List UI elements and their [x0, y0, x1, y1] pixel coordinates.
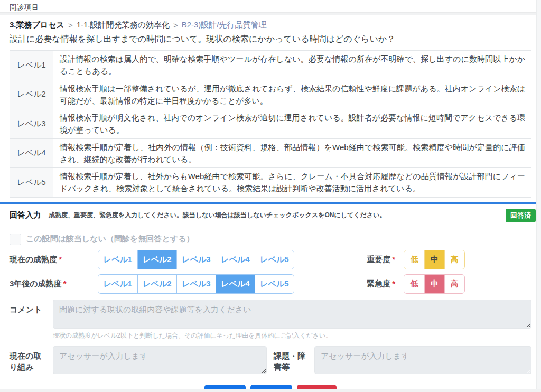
breadcrumb-subcategory: 1-1.設計開発業務の効率化: [77, 20, 170, 30]
issues-textarea[interactable]: [314, 346, 531, 374]
urgency-group-option[interactable]: 中: [424, 275, 444, 293]
future-maturity-row: 3年後の成熟度* レベル1レベル2レベル3レベル4レベル5 緊急度* 低中高: [0, 269, 541, 294]
not-applicable-checkbox[interactable]: [10, 234, 21, 245]
level-description: 情報検索手順が定着し、社外からもWeb経由で検索可能。さらに、クレーム・不具合対…: [53, 168, 532, 198]
current-efforts-textarea[interactable]: [53, 346, 267, 374]
importance-label: 重要度*: [367, 255, 395, 265]
level-table-body: レベル1設計情報の検索は属人的で、明確な検索手順やツールが存在しない。必要な情報…: [10, 51, 532, 198]
bottom-strip: [0, 389, 541, 392]
required-mark: *: [63, 279, 67, 288]
urgency-cluster: 緊急度* 低中高: [367, 274, 465, 294]
importance-group: 低中高: [404, 250, 465, 269]
current-maturity-label: 現在の成熟度*: [10, 255, 98, 265]
comment-row: コメント: [0, 294, 541, 329]
answer-section-subtitle: 成熟度、重要度、緊急度を入力してください。該当しない場合は該当しないチェックボッ…: [49, 211, 386, 220]
required-mark: *: [392, 279, 395, 288]
future-maturity-label: 3年後の成熟度*: [10, 279, 98, 289]
breadcrumb-category: 3.業務プロセス: [10, 20, 64, 30]
breadcrumb-separator: >: [68, 21, 73, 30]
current-maturity-group-option[interactable]: レベル3: [176, 250, 216, 269]
future-maturity-group-option[interactable]: レベル3: [176, 275, 216, 293]
level-description: 設計情報の検索は属人的で、明確な検索手順やツールが存在しない。必要な情報の所在が…: [53, 51, 532, 80]
answer-section-title: 回答入力: [10, 210, 41, 220]
answered-status-badge: 回答済: [506, 209, 536, 222]
issues-label: 課題・障害等: [274, 346, 308, 374]
current-maturity-group-option[interactable]: レベル5: [255, 250, 294, 269]
future-maturity-group-option[interactable]: レベル4: [216, 275, 255, 293]
not-applicable-label: この設問は該当しない（問診を無回答とする）: [26, 234, 194, 244]
comment-help-text: 現状の成熟度がレベル2以下と判断した場合、その評価に至った理由を具体的にご記入く…: [53, 331, 531, 340]
current-maturity-group-option[interactable]: レベル1: [98, 250, 137, 269]
future-maturity-group-option[interactable]: レベル1: [98, 275, 137, 293]
answer-section-header: 回答入力 成熟度、重要度、緊急度を入力してください。該当しない場合は該当しないチ…: [0, 204, 541, 227]
level-row: レベル3情報検索手順が明文化され、社内でのオンライン検索が適切に運用されている。…: [10, 109, 532, 139]
current-maturity-row: 現在の成熟度* レベル1レベル2レベル3レベル4レベル5 重要度* 低中高: [0, 245, 541, 269]
issues-field: 課題・障害等: [274, 346, 531, 374]
future-maturity-group-option[interactable]: レベル2: [137, 275, 176, 293]
comment-textarea[interactable]: [53, 300, 531, 329]
level-definition-table: レベル1設計情報の検索は属人的で、明確な検索手順やツールが存在しない。必要な情報…: [10, 50, 531, 198]
question-text: 設計に必要な情報を探し出すまでの時間について。現状の検索にかかっている時間はどの…: [0, 30, 541, 45]
urgency-group-option[interactable]: 高: [444, 275, 464, 293]
level-label: レベル2: [10, 80, 53, 109]
comment-label: コメント: [10, 300, 46, 329]
assessment-page: 問診項目 3.業務プロセス > 1-1.設計開発業務の効率化 > B2-3)設計…: [0, 0, 541, 392]
future-maturity-group: レベル1レベル2レベル3レベル4レベル5: [98, 274, 294, 294]
future-maturity-group-option[interactable]: レベル5: [255, 275, 294, 293]
urgency-group: 低中高: [404, 274, 465, 294]
level-description: 情報検索手順が明文化され、社内でのオンライン検索が適切に運用されている。設計者が…: [53, 109, 532, 139]
current-maturity-group: レベル1レベル2レベル3レベル4レベル5: [98, 250, 294, 269]
level-row: レベル4情報検索手順が定着し、社内外の情報（例：技術資料、規格、部品情報）をWe…: [10, 138, 532, 168]
current-efforts-field: 現在の取り組み: [10, 346, 267, 374]
not-applicable-row: この設問は該当しない（問診を無回答とする）: [0, 227, 541, 245]
page-title: 問診項目: [10, 3, 39, 11]
level-row: レベル5情報検索手順が定着し、社外からもWeb経由で検索可能。さらに、クレーム・…: [10, 168, 532, 198]
current-maturity-group-option[interactable]: レベル2: [137, 250, 176, 269]
importance-cluster: 重要度* 低中高: [367, 250, 465, 269]
level-description: 情報検索手順が定着し、社内外の情報（例：技術資料、規格、部品情報）をWeb経由で…: [53, 138, 532, 168]
level-row: レベル1設計情報の検索は属人的で、明確な検索手順やツールが存在しない。必要な情報…: [10, 51, 532, 80]
current-maturity-group-option[interactable]: レベル4: [216, 250, 255, 269]
level-label: レベル1: [10, 51, 53, 80]
breadcrumb-item: B2-3)設計/先行品質管理: [182, 20, 267, 30]
level-label: レベル5: [10, 168, 53, 198]
urgency-group-option[interactable]: 低: [404, 275, 424, 293]
breadcrumb: 3.業務プロセス > 1-1.設計開発業務の効率化 > B2-3)設計/先行品質…: [0, 15, 541, 30]
importance-group-option[interactable]: 低: [404, 250, 424, 269]
level-label: レベル3: [10, 109, 53, 139]
level-row: レベル2情報検索手順は一部整備されているが、運用が徹底されておらず、検索結果の信…: [10, 80, 532, 109]
right-gutter: [536, 0, 541, 392]
assessor-fields-row: 現在の取り組み 課題・障害等: [0, 340, 541, 374]
importance-group-option[interactable]: 中: [424, 250, 444, 269]
urgency-label: 緊急度*: [367, 279, 395, 289]
importance-group-option[interactable]: 高: [444, 250, 464, 269]
breadcrumb-separator: >: [173, 21, 178, 30]
level-description: 情報検索手順は一部整備されているが、運用が徹底されておらず、検索結果の信頼性や鮮…: [53, 80, 532, 109]
level-label: レベル4: [10, 138, 53, 168]
required-mark: *: [59, 255, 62, 264]
required-mark: *: [392, 255, 395, 264]
current-efforts-label: 現在の取り組み: [10, 346, 46, 374]
page-header: 問診項目: [0, 0, 541, 12]
